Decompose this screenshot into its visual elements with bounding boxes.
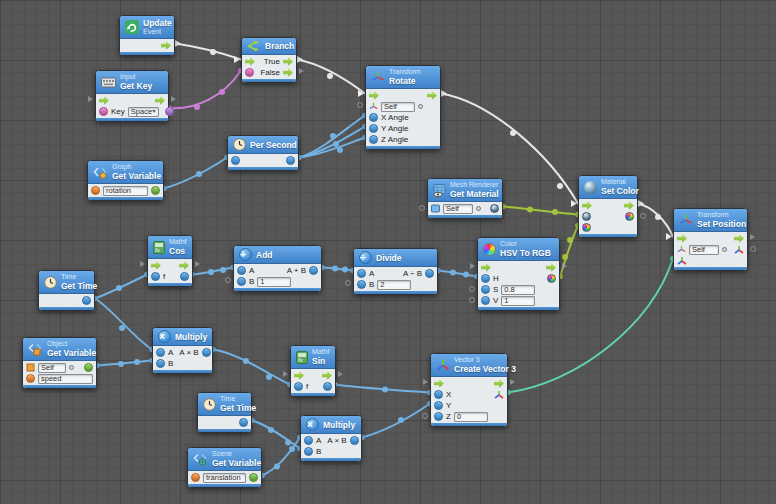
f-in-port[interactable]: [151, 272, 160, 281]
value-out-port[interactable]: [249, 473, 258, 482]
b-in-port[interactable]: [237, 277, 246, 286]
false-out-port[interactable]: [283, 68, 293, 77]
sum-out-port[interactable]: [309, 266, 318, 275]
self-field[interactable]: Self: [38, 363, 66, 373]
condition-port[interactable]: [245, 68, 254, 77]
exec-out-port[interactable]: [734, 234, 744, 243]
node-divide[interactable]: ÷ Divide A A ÷ B B 2: [353, 248, 438, 295]
exec-out-port[interactable]: [161, 41, 171, 50]
exec-in-port[interactable]: [99, 96, 109, 105]
exec-out-port[interactable]: [322, 371, 332, 380]
node-get-key[interactable]: Input Get Key Key Space: [95, 70, 169, 122]
result-out-port[interactable]: [165, 107, 174, 116]
wire-translation-to-multiply2-a[interactable]: [259, 435, 303, 479]
wire-multiply1-to-sin[interactable]: [210, 347, 293, 388]
target-picker-icon[interactable]: [476, 206, 481, 211]
node-set-color[interactable]: Material Set Color: [578, 175, 638, 238]
exec-out-port[interactable]: [427, 91, 437, 100]
exec-out-port[interactable]: [494, 379, 504, 388]
s-field[interactable]: 0.8: [501, 285, 535, 295]
exec-in-port[interactable]: [434, 379, 444, 388]
key-dropdown[interactable]: Space: [128, 107, 159, 117]
exec-in-port[interactable]: [582, 201, 592, 210]
graph-canvas[interactable]: Update Event Branch True False: [0, 0, 776, 504]
wire-getkey-to-branch-condition[interactable]: [166, 68, 244, 111]
b-in-port[interactable]: [304, 447, 313, 456]
y-in-port[interactable]: [434, 401, 443, 410]
variable-name-field[interactable]: translation: [203, 473, 246, 483]
material-out-port[interactable]: [490, 204, 499, 213]
color-in-port[interactable]: [582, 223, 591, 232]
variable-name-port[interactable]: [26, 374, 35, 383]
exec-out-port[interactable]: [624, 201, 634, 210]
z-in-port[interactable]: [434, 412, 443, 421]
product-out-port[interactable]: [350, 436, 359, 445]
exec-out-port[interactable]: [546, 263, 556, 272]
result-out-port[interactable]: [323, 382, 332, 391]
a-in-port[interactable]: [156, 348, 165, 357]
time-out-port[interactable]: [239, 418, 248, 427]
node-update-event[interactable]: Update Event: [119, 15, 175, 56]
target-picker-icon[interactable]: [722, 247, 727, 252]
b-field[interactable]: 1: [257, 277, 291, 287]
time-out-port[interactable]: [82, 296, 91, 305]
wire-getmaterial-to-setcolor[interactable]: [500, 204, 581, 218]
self-field[interactable]: Self: [443, 204, 473, 214]
color-out-port[interactable]: [547, 274, 556, 283]
wire-branch-true-to-rotate[interactable]: [297, 56, 365, 97]
a-in-port[interactable]: [237, 266, 246, 275]
node-branch[interactable]: Branch True False: [241, 37, 297, 83]
node-multiply-2[interactable]: × Multiply A A × B B: [300, 415, 362, 462]
key-in-port[interactable]: [99, 107, 108, 116]
exec-out-port[interactable]: [155, 96, 165, 105]
exec-in-port[interactable]: [151, 261, 161, 270]
node-get-time-2[interactable]: Time Get Time: [197, 392, 252, 433]
wire-persecond-to-rotate-x[interactable]: [299, 113, 368, 158]
self-field[interactable]: Self: [381, 102, 415, 112]
quotient-out-port[interactable]: [425, 269, 434, 278]
exec-in-port[interactable]: [294, 371, 304, 380]
self-field[interactable]: Self: [689, 245, 719, 255]
wire-update-to-branch[interactable]: [175, 40, 241, 63]
wire-multiply2-to-vector3-y[interactable]: [359, 401, 433, 441]
node-add[interactable]: + Add A A + B B 1: [233, 245, 322, 292]
s-in-port[interactable]: [481, 285, 490, 294]
true-out-port[interactable]: [283, 57, 293, 66]
vector3-out-port[interactable]: [734, 245, 744, 255]
a-in-port[interactable]: [304, 436, 313, 445]
value-in-port[interactable]: [231, 156, 240, 165]
node-hsv-to-rgb[interactable]: Color HSV To RGB H S0.8 V1: [477, 237, 560, 311]
wire-gettime1-to-cos[interactable]: [92, 272, 150, 302]
target-picker-icon[interactable]: [418, 104, 423, 109]
exec-in-port[interactable]: [245, 57, 255, 66]
variable-name-field[interactable]: rotation: [103, 186, 148, 196]
wire-divide-to-hsv-h[interactable]: [435, 268, 480, 280]
target-picker-icon[interactable]: [69, 365, 74, 370]
wire-gettime1-to-multiply1-a[interactable]: [95, 299, 155, 353]
product-out-port[interactable]: [202, 348, 211, 357]
exec-in-port[interactable]: [677, 234, 687, 243]
variable-name-port[interactable]: [91, 186, 100, 195]
v-field[interactable]: 1: [501, 296, 535, 306]
result-out-port[interactable]: [180, 272, 189, 281]
b-in-port[interactable]: [357, 280, 366, 289]
node-get-material[interactable]: Mesh Renderer Get Material Self: [427, 178, 503, 219]
node-get-variable-rotation[interactable]: Graph Get Variable rotation: [87, 160, 164, 201]
wire-setcolor-to-setposition[interactable]: [638, 200, 673, 240]
node-per-second[interactable]: Per Second: [227, 135, 299, 171]
vector3-out-port[interactable]: [494, 390, 504, 400]
value-out-port[interactable]: [151, 186, 160, 195]
z-angle-port[interactable]: [369, 135, 378, 144]
node-get-variable-translation[interactable]: Scene Get Variable translation: [187, 447, 262, 488]
node-rotate[interactable]: Transform Rotate Self X Angle Y Angle Z …: [365, 65, 441, 150]
node-get-time-1[interactable]: Time Get Time: [38, 270, 95, 311]
f-in-port[interactable]: [294, 382, 303, 391]
x-in-port[interactable]: [434, 390, 443, 399]
y-angle-port[interactable]: [369, 124, 378, 133]
z-field[interactable]: 0: [454, 412, 488, 422]
node-set-position[interactable]: Transform Set Position Self: [673, 208, 748, 271]
value-out-port[interactable]: [286, 156, 295, 165]
node-cos[interactable]: fx Mathf Cos f: [147, 235, 193, 287]
node-multiply-1[interactable]: × Multiply A A × B B: [152, 327, 213, 374]
variable-name-field[interactable]: speed: [38, 374, 93, 384]
